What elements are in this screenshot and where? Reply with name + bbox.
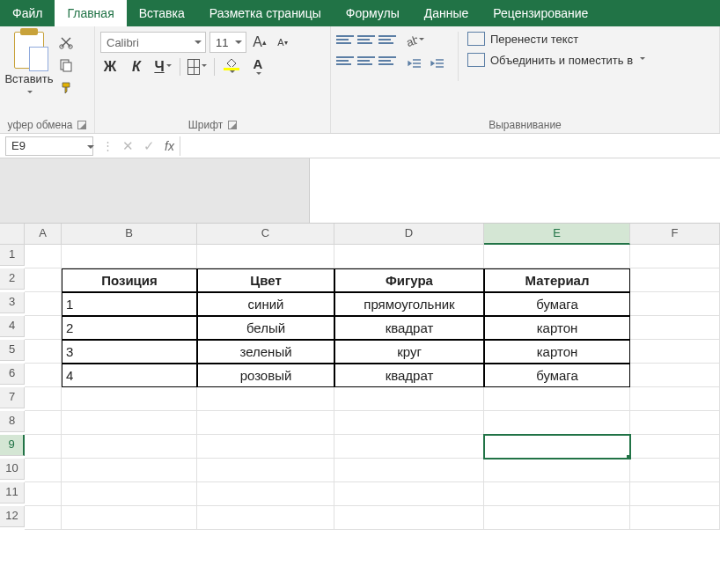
font-dialog-launcher[interactable] [228, 121, 237, 129]
col-header-D[interactable]: D [334, 224, 484, 245]
decrease-indent-button[interactable] [405, 55, 424, 72]
font-size-input[interactable] [209, 32, 246, 53]
cell[interactable]: картон [484, 340, 630, 364]
cell[interactable] [25, 482, 62, 506]
tab-data[interactable]: Данные [412, 0, 481, 26]
tab-file[interactable]: Файл [0, 0, 55, 26]
format-painter-button[interactable] [56, 79, 76, 97]
cell[interactable]: 4 [62, 364, 197, 387]
cell[interactable] [334, 482, 484, 506]
cell[interactable] [62, 459, 197, 482]
cell[interactable] [197, 506, 334, 530]
cell[interactable]: 1 [62, 292, 197, 316]
borders-button[interactable] [187, 58, 207, 76]
cell[interactable] [197, 459, 334, 482]
cell[interactable] [62, 482, 197, 506]
cell[interactable] [25, 245, 62, 268]
font-size-combo[interactable] [209, 32, 246, 53]
cell[interactable] [484, 411, 630, 435]
cell[interactable] [62, 435, 197, 459]
cell[interactable]: бумага [484, 292, 630, 316]
cell[interactable] [62, 411, 197, 435]
col-header-E[interactable]: E [484, 224, 630, 245]
cell[interactable] [484, 245, 630, 268]
cell[interactable] [334, 387, 484, 411]
cell[interactable] [25, 268, 62, 292]
cell[interactable] [197, 387, 334, 411]
paste-button[interactable]: Вставить [5, 30, 53, 99]
underline-button[interactable]: Ч [153, 58, 173, 76]
row-header-10[interactable]: 10 [0, 459, 25, 480]
cell[interactable] [630, 435, 720, 459]
align-top-button[interactable] [336, 32, 354, 48]
cell[interactable] [334, 245, 484, 268]
cell[interactable]: белый [197, 316, 334, 340]
cell[interactable] [197, 482, 334, 506]
orientation-button[interactable]: ab [405, 32, 424, 49]
cell[interactable] [484, 482, 630, 506]
cell[interactable] [484, 459, 630, 482]
cell[interactable]: Позиция [62, 268, 197, 292]
select-all-corner[interactable] [0, 224, 25, 245]
cell[interactable] [334, 411, 484, 435]
cell[interactable]: Материал [484, 268, 630, 292]
cell[interactable] [630, 482, 720, 506]
cell[interactable] [197, 435, 334, 459]
wrap-text-button[interactable]: Перенести текст [467, 32, 645, 46]
col-header-F[interactable]: F [630, 224, 720, 245]
font-name-combo[interactable] [100, 32, 206, 53]
cell[interactable] [630, 411, 720, 435]
cell[interactable] [630, 268, 720, 292]
copy-button[interactable] [56, 56, 76, 74]
merge-center-button[interactable]: Объединить и поместить в [467, 53, 645, 67]
cell[interactable]: Цвет [197, 268, 334, 292]
bold-button[interactable]: Ж [100, 58, 120, 76]
formula-input[interactable] [180, 136, 720, 156]
row-header-4[interactable]: 4 [0, 316, 25, 337]
shrink-font-button[interactable]: A▾ [273, 33, 292, 51]
col-header-B[interactable]: B [62, 224, 197, 245]
cell[interactable]: картон [484, 316, 630, 340]
row-header-11[interactable]: 11 [0, 482, 25, 503]
row-header-3[interactable]: 3 [0, 292, 25, 313]
row-header-8[interactable]: 8 [0, 411, 25, 432]
row-header-9[interactable]: 9 [0, 435, 25, 456]
cell[interactable]: зеленый [197, 340, 334, 364]
cell[interactable] [334, 506, 484, 530]
cell[interactable] [25, 292, 62, 316]
cell[interactable] [484, 387, 630, 411]
cancel-formula-button[interactable]: ✕ [117, 138, 138, 154]
cell[interactable] [630, 506, 720, 530]
cell[interactable]: Фигура [334, 268, 484, 292]
cell[interactable] [25, 340, 62, 364]
italic-button[interactable]: К [127, 58, 146, 76]
cell[interactable] [630, 245, 720, 268]
cell[interactable] [197, 411, 334, 435]
cell[interactable] [334, 435, 484, 459]
fx-icon[interactable]: fx [159, 139, 180, 153]
align-right-button[interactable] [378, 53, 396, 69]
cell[interactable] [25, 316, 62, 340]
cell[interactable] [630, 316, 720, 340]
cell[interactable] [62, 387, 197, 411]
cell[interactable] [25, 435, 62, 459]
cell[interactable] [62, 245, 197, 268]
row-header-2[interactable]: 2 [0, 268, 25, 290]
cell[interactable]: синий [197, 292, 334, 316]
cut-button[interactable] [56, 33, 76, 51]
tab-formulas[interactable]: Формулы [334, 0, 412, 26]
cell[interactable]: квадрат [334, 316, 484, 340]
cell[interactable]: 3 [62, 340, 197, 364]
col-header-A[interactable]: A [25, 224, 62, 245]
enter-formula-button[interactable]: ✓ [138, 138, 159, 154]
tab-review[interactable]: Рецензирование [481, 0, 600, 26]
cell[interactable] [630, 340, 720, 364]
tab-insert[interactable]: Вставка [127, 0, 197, 26]
row-header-7[interactable]: 7 [0, 387, 25, 408]
cell[interactable]: бумага [484, 364, 630, 387]
row-header-6[interactable]: 6 [0, 364, 25, 385]
row-header-12[interactable]: 12 [0, 506, 25, 527]
cell[interactable] [197, 245, 334, 268]
cell[interactable]: квадрат [334, 364, 484, 387]
name-box-combo[interactable] [0, 136, 99, 156]
